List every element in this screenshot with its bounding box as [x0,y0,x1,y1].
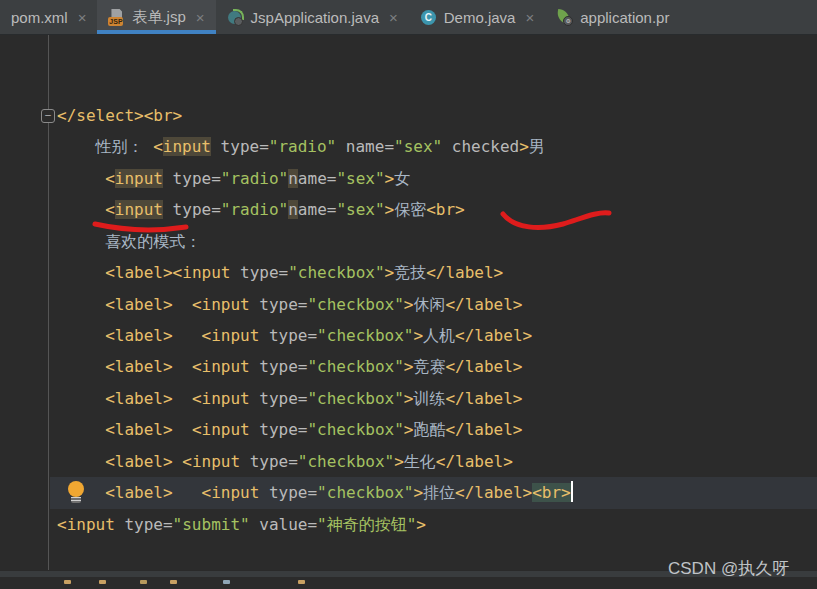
code-token: "checkbox" [307,420,403,439]
code-token: <label> [105,357,172,376]
code-token: type= [230,263,288,282]
code-token: <input [182,452,240,471]
code-line[interactable]: <label> <input type="checkbox">跑酷</label… [0,414,817,445]
tab-form-jsp[interactable]: JSP 表单.jsp × [97,0,215,34]
code-token: <input [202,326,260,345]
code-token: "神奇的按钮" [317,515,416,534]
code-line[interactable]: <label> <input type="checkbox">排位</label… [0,477,817,508]
code-token: "radio" [221,169,288,188]
code-token: type= [250,389,308,408]
code-token: "sex" [336,169,384,188]
code-token: type= [259,326,317,345]
intention-bulb-icon[interactable] [67,481,84,506]
close-icon[interactable]: × [525,9,534,26]
code-token: <br> [144,106,183,125]
code-token: <label> [105,295,172,314]
code-token: 跑酷 [413,420,445,439]
code-token: > [413,326,423,345]
code-token: ame= [298,169,337,188]
code-token: <label> [105,420,172,439]
code-token: 人机 [423,326,455,345]
code-editor[interactable]: </select><br>− 性别： <input type="radio" n… [0,35,817,572]
code-token: type= [250,295,308,314]
code-token: </label> [445,357,522,376]
code-token: < [105,169,115,188]
code-line[interactable]: <label> <input type="checkbox">休闲</label… [0,289,817,320]
code-token: name= [336,137,394,156]
code-token [57,200,105,219]
code-token: 生化 [404,452,436,471]
code-token: 性别： [57,137,153,156]
close-icon[interactable]: × [389,9,398,26]
code-token: checked [442,137,519,156]
tab-jsp-application-java[interactable]: JspApplication.java × [216,0,409,34]
jsp-file-icon: JSP [108,9,125,26]
tab-label: JspApplication.java [251,9,379,26]
code-token: <label> [105,483,172,502]
tab-pom-xml[interactable]: pom.xml × [0,0,97,34]
code-token: <input [57,515,115,534]
close-icon[interactable]: × [196,9,205,26]
code-token: input [115,200,163,219]
code-token: "checkbox" [317,483,413,502]
code-token: <input [202,483,260,502]
code-token: type= [115,515,173,534]
csdn-watermark: CSDN @执久呀 [668,557,789,580]
code-token: > [385,169,395,188]
code-token: <input [192,420,250,439]
code-token: <label> [105,452,172,471]
code-line[interactable]: <label> <input type="checkbox">人机</label… [0,320,817,351]
code-token: input [115,169,163,188]
code-token: <input [173,263,231,282]
code-line[interactable]: <label><input type="checkbox">竞技</label> [0,257,817,288]
code-line[interactable]: <input type="submit" value="神奇的按钮"> [0,509,817,540]
code-line[interactable]: <input type="radio"name="sex">保密<br> [0,194,817,225]
tab-label: Demo.java [444,9,516,26]
code-token [57,452,105,471]
spring-properties-icon: ⚙ [556,9,573,26]
code-token: 竞技 [394,263,426,282]
code-token: "checkbox" [298,452,394,471]
code-token: "submit" [173,515,250,534]
code-line[interactable]: <label> <input type="checkbox">竞赛</label… [0,351,817,382]
code-token: > [404,295,414,314]
code-token: 喜欢的模式： [57,232,201,251]
code-token: <input [192,389,250,408]
tab-application-properties[interactable]: ⚙ application.pr [545,0,680,34]
code-line[interactable]: 性别： <input type="radio" name="sex" check… [0,131,817,162]
code-token: 排位 [423,483,455,502]
code-token: </label> [445,420,522,439]
close-icon[interactable]: × [78,9,87,26]
fold-marker-icon[interactable]: − [41,109,55,123]
code-token: type= [240,452,298,471]
code-token: 训练 [413,389,445,408]
code-token: </label> [445,295,522,314]
code-line[interactable]: 喜欢的模式： [0,226,817,257]
code-token: </select> [57,106,144,125]
code-token: 男 [529,137,545,156]
code-token: > [404,420,414,439]
code-token: > [404,357,414,376]
spring-boot-class-icon [227,9,244,26]
java-class-icon: C [420,9,437,26]
code-token [173,295,192,314]
code-line[interactable]: <label> <input type="checkbox">生化</label… [0,446,817,477]
code-token: </label> [436,452,513,471]
code-token: input [163,137,211,156]
code-lines: </select><br>− 性别： <input type="radio" n… [0,100,817,572]
code-token: > [385,263,395,282]
editor-tab-bar: pom.xml × JSP 表单.jsp × JspApplication.ja… [0,0,817,35]
code-token: type= [250,357,308,376]
code-token: < [105,200,115,219]
code-line[interactable]: <label> <input type="checkbox">训练</label… [0,383,817,414]
code-token [57,295,105,314]
code-line[interactable]: <input type="radio"name="sex">女 [0,163,817,194]
code-token: > [413,483,423,502]
tab-demo-java[interactable]: C Demo.java × [409,0,545,34]
code-line[interactable]: </select><br>− [0,100,817,131]
code-token: type= [259,483,317,502]
code-token: "radio" [269,137,336,156]
code-token [173,357,192,376]
code-token: "checkbox" [288,263,384,282]
tab-label: 表单.jsp [132,8,185,27]
